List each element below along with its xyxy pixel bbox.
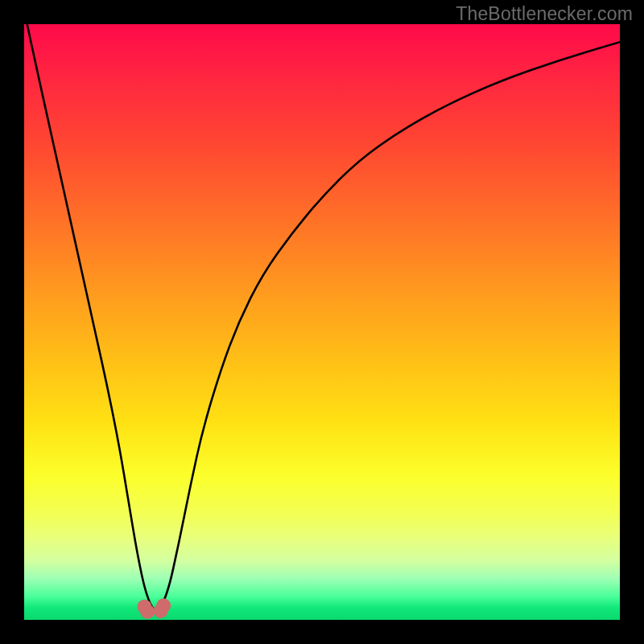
valley-marker-cluster	[137, 598, 171, 618]
watermark-text: TheBottlenecker.com	[456, 3, 633, 25]
valley-marker-dot	[156, 598, 171, 613]
valley-marker-dot	[140, 605, 155, 619]
plot-area	[24, 24, 620, 620]
bottleneck-curve	[27, 24, 620, 609]
chart-svg-layer	[24, 24, 620, 620]
chart-frame: TheBottlenecker.com	[0, 0, 644, 644]
